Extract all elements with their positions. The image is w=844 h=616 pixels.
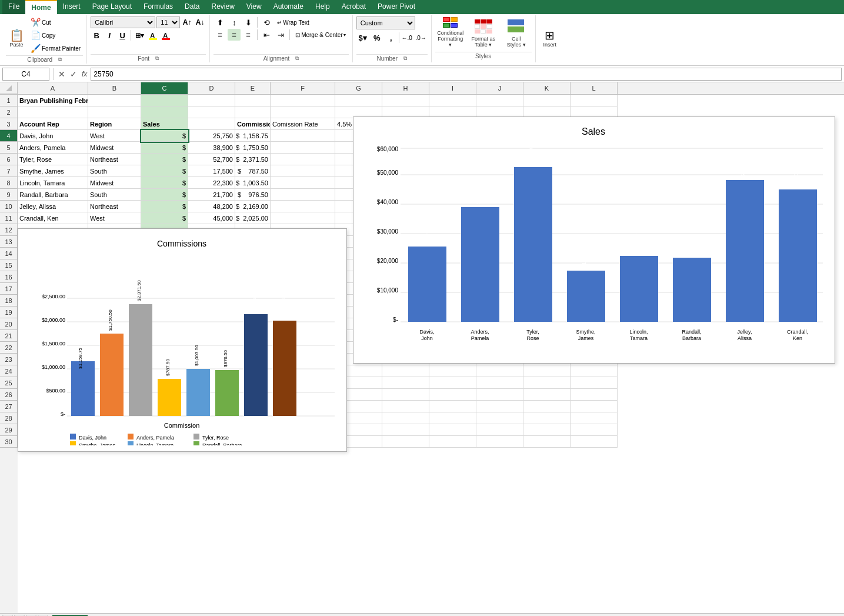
cell-k27[interactable] xyxy=(523,401,571,412)
align-left-button[interactable]: ≡ xyxy=(213,29,226,41)
row-header-6[interactable]: 6 xyxy=(0,154,18,165)
cell-j29[interactable] xyxy=(476,424,523,436)
percent-button[interactable]: % xyxy=(371,32,383,44)
sales-chart[interactable]: Sales $- $10,000 $20,000 $30,000 $40,000… xyxy=(353,116,835,364)
currency-button[interactable]: $▾ xyxy=(356,32,369,44)
row-header-14[interactable]: 14 xyxy=(0,248,18,259)
row-header-10[interactable]: 10 xyxy=(0,201,18,212)
font-color-button[interactable]: A xyxy=(159,29,171,41)
cell-c9[interactable]: $ xyxy=(141,189,188,201)
cell-e8[interactable]: $ 1,003.50 xyxy=(235,177,271,189)
cell-k24[interactable] xyxy=(523,365,571,377)
font-size-select[interactable]: 11 xyxy=(156,16,180,28)
cell-i28[interactable] xyxy=(429,412,476,424)
cell-h29[interactable] xyxy=(382,424,429,436)
tab-page-layout[interactable]: Page Layout xyxy=(86,0,138,14)
col-header-g[interactable]: G xyxy=(335,82,382,94)
row-header-1[interactable]: 1 xyxy=(0,95,18,106)
tab-formulas[interactable]: Formulas xyxy=(138,0,179,14)
cell-b4[interactable]: West xyxy=(88,130,141,142)
tab-file[interactable]: File xyxy=(2,0,25,14)
row-header-15[interactable]: 15 xyxy=(0,259,18,271)
cell-h24[interactable] xyxy=(382,365,429,377)
conditional-formatting-button[interactable]: ConditionalFormatting ▾ xyxy=(435,16,466,51)
format-painter-button[interactable]: 🖌️ Format Painter xyxy=(28,42,83,54)
borders-button[interactable]: ⊞▾ xyxy=(134,29,145,41)
cell-c3[interactable]: Sales xyxy=(141,118,188,130)
cell-d7[interactable]: 17,500 xyxy=(188,165,235,177)
cell-d2[interactable] xyxy=(188,106,235,118)
cell-b9[interactable]: South xyxy=(88,189,141,201)
cell-b8[interactable]: Midwest xyxy=(88,177,141,189)
tab-power-pivot[interactable]: Power Pivot xyxy=(372,0,421,14)
cancel-formula-icon[interactable]: ✕ xyxy=(57,69,66,79)
confirm-formula-icon[interactable]: ✓ xyxy=(69,69,78,79)
decrease-decimal-button[interactable]: ←.0 xyxy=(401,32,413,44)
col-header-a[interactable]: A xyxy=(18,82,88,94)
cell-i30[interactable] xyxy=(429,436,476,448)
cell-b5[interactable]: Midwest xyxy=(88,142,141,154)
cell-j27[interactable] xyxy=(476,401,523,412)
cell-b3[interactable]: Region xyxy=(88,118,141,130)
cell-f2[interactable] xyxy=(271,106,335,118)
cell-a1[interactable]: Bryan Publishing February Book Sales by … xyxy=(18,95,88,106)
cell-f3[interactable]: Comission Rate xyxy=(271,118,335,130)
cell-i25[interactable] xyxy=(429,377,476,389)
col-header-k[interactable]: K xyxy=(523,82,571,94)
cell-f10[interactable] xyxy=(271,201,335,212)
row-header-18[interactable]: 18 xyxy=(0,295,18,307)
cell-c6[interactable]: $ xyxy=(141,154,188,165)
cell-k28[interactable] xyxy=(523,412,571,424)
fill-color-button[interactable]: A xyxy=(146,29,158,41)
tab-data[interactable]: Data xyxy=(179,0,205,14)
cell-h27[interactable] xyxy=(382,401,429,412)
cell-i24[interactable] xyxy=(429,365,476,377)
cell-h1[interactable] xyxy=(382,95,429,106)
row-header-11[interactable]: 11 xyxy=(0,212,18,224)
cell-reference-input[interactable] xyxy=(2,68,49,81)
comma-button[interactable]: , xyxy=(385,32,398,44)
number-expand[interactable]: ⧉ xyxy=(401,55,409,62)
cell-e1[interactable] xyxy=(235,95,271,106)
cell-l1[interactable] xyxy=(571,95,618,106)
cell-d4[interactable]: 25,750 xyxy=(188,130,235,142)
row-header-16[interactable]: 16 xyxy=(0,271,18,283)
merge-dropdown-icon[interactable]: ▾ xyxy=(343,32,346,38)
decrease-font-button[interactable]: A↓ xyxy=(194,16,206,28)
cell-b10[interactable]: Northeast xyxy=(88,201,141,212)
cell-a8[interactable]: Lincoln, Tamara xyxy=(18,177,88,189)
merge-center-button[interactable]: ⊡ Merge & Center ▾ xyxy=(292,29,349,41)
cell-e4[interactable]: $ 1,158.75 xyxy=(235,130,271,142)
cell-a5[interactable]: Anders, Pamela xyxy=(18,142,88,154)
cell-k30[interactable] xyxy=(523,436,571,448)
cell-h25[interactable] xyxy=(382,377,429,389)
cell-j26[interactable] xyxy=(476,389,523,401)
cell-b6[interactable]: Northeast xyxy=(88,154,141,165)
row-header-12[interactable]: 12 xyxy=(0,224,18,236)
row-header-30[interactable]: 30 xyxy=(0,436,18,448)
row-header-20[interactable]: 20 xyxy=(0,318,18,330)
col-header-f[interactable]: F xyxy=(271,82,335,94)
row-header-7[interactable]: 7 xyxy=(0,165,18,177)
row-header-23[interactable]: 23 xyxy=(0,354,18,365)
cell-f5[interactable] xyxy=(271,142,335,154)
cell-c4[interactable]: $ xyxy=(141,130,188,142)
row-header-21[interactable]: 21 xyxy=(0,330,18,342)
tab-help[interactable]: Help xyxy=(309,0,336,14)
cell-d1[interactable] xyxy=(188,95,235,106)
number-format-select[interactable]: Custom General Number Currency Accountin… xyxy=(356,16,415,29)
row-header-4[interactable]: 4 xyxy=(0,130,18,142)
cell-e11[interactable]: $ 2,025.00 xyxy=(235,212,271,224)
cell-l30[interactable] xyxy=(571,436,618,448)
cell-d10[interactable]: 48,200 xyxy=(188,201,235,212)
cell-f7[interactable] xyxy=(271,165,335,177)
cell-c11[interactable]: $ xyxy=(141,212,188,224)
col-header-d[interactable]: D xyxy=(188,82,235,94)
cell-d6[interactable]: 52,700 xyxy=(188,154,235,165)
tab-insert[interactable]: Insert xyxy=(57,0,86,14)
cell-b2[interactable] xyxy=(88,106,141,118)
align-middle-button[interactable]: ↕ xyxy=(228,16,241,28)
font-family-select[interactable]: Calibri xyxy=(91,16,155,28)
cell-l24[interactable] xyxy=(571,365,618,377)
cell-j1[interactable] xyxy=(476,95,523,106)
